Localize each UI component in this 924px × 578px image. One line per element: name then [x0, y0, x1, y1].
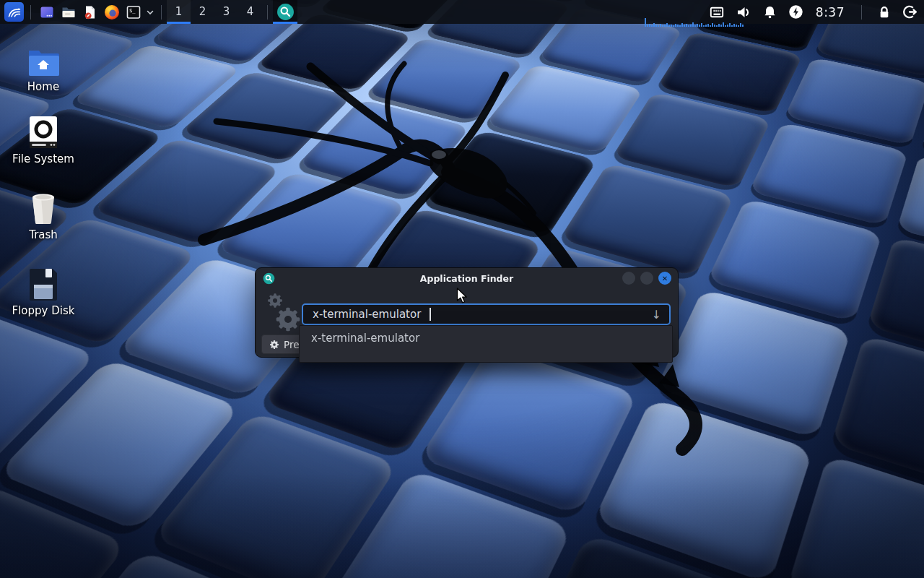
kali-menu-button[interactable]: [4, 2, 24, 22]
workspace-button-2[interactable]: 2: [191, 0, 214, 24]
power-manager-icon: [788, 4, 804, 20]
close-button[interactable]: ✕: [658, 272, 671, 285]
home-folder-icon: [9, 43, 78, 77]
terminal-icon: $_: [125, 4, 142, 21]
trash-icon: [9, 191, 78, 225]
workspace-button-4[interactable]: 4: [238, 0, 262, 24]
tray-logout[interactable]: [902, 0, 918, 24]
gear-icon: [269, 340, 279, 350]
workspace-button-3[interactable]: 3: [214, 0, 238, 24]
svg-text:$_: $_: [129, 7, 136, 13]
text-caret: [430, 308, 431, 321]
dropdown-arrow-icon[interactable]: ↓: [652, 308, 661, 322]
top-panel: $_ 1234: [0, 0, 924, 24]
launcher-window-app[interactable]: [36, 0, 58, 24]
minimize-button[interactable]: [622, 272, 635, 285]
desktop-icon-home[interactable]: Home: [9, 43, 78, 93]
launcher-file-manager[interactable]: [58, 0, 79, 24]
desktop-icon-label: Home: [9, 80, 78, 93]
launcher-menu-chevron[interactable]: [144, 0, 156, 24]
lock-screen-icon: [876, 4, 892, 20]
file-manager-icon: [60, 4, 77, 21]
close-icon: ✕: [662, 275, 668, 282]
logout-icon: [902, 4, 918, 20]
hard-drive-icon: [9, 116, 78, 149]
panel-separator: [861, 5, 862, 20]
kali-menu-icon: [6, 4, 22, 20]
autocomplete-item[interactable]: x-terminal-emulator: [300, 326, 672, 349]
search-input[interactable]: x-terminal-emulator ↓: [302, 303, 671, 325]
titlebar[interactable]: Application Finder ✕: [256, 268, 678, 289]
panel-appfinder-button[interactable]: [273, 0, 297, 24]
chevron-down-icon: [146, 8, 154, 17]
desktop-icon-label: Trash: [9, 228, 78, 241]
workspace-switcher: 1234: [167, 0, 262, 24]
tray-power-manager[interactable]: [788, 0, 804, 24]
desktop-icon-trash[interactable]: Trash: [9, 191, 78, 241]
firefox-icon: [103, 4, 121, 21]
app-finder-icon: [276, 3, 295, 21]
panel-separator: [30, 5, 31, 20]
desktop-icon-label: File System: [9, 152, 78, 165]
panel-separator: [267, 5, 268, 20]
preferences-gears-icon: [263, 290, 303, 335]
tray-lock-screen[interactable]: [876, 0, 892, 24]
panel-separator: [161, 5, 162, 20]
desktop-icon-label: Floppy Disk: [9, 304, 78, 317]
waveform-decoration: [645, 17, 744, 27]
autocomplete-dropdown: x-terminal-emulator: [299, 325, 673, 363]
maximize-button[interactable]: [640, 272, 653, 285]
window-title: Application Finder: [256, 273, 678, 284]
desktop-icon-floppy-disk[interactable]: Floppy Disk: [9, 267, 78, 317]
window-app-icon: [38, 4, 56, 21]
notifications-bell-icon: [762, 4, 778, 20]
launcher-firefox[interactable]: [101, 0, 123, 24]
desktop-icon-file-system[interactable]: File System: [9, 116, 78, 165]
mouse-cursor: [456, 288, 472, 305]
clock[interactable]: 8:37: [816, 5, 845, 20]
launcher-text-editor[interactable]: [79, 0, 101, 24]
tray-notifications[interactable]: [762, 0, 778, 24]
floppy-disk-icon: [9, 267, 78, 301]
text-editor-icon: [82, 4, 99, 21]
search-input-value: x-terminal-emulator: [313, 308, 421, 321]
launcher-terminal[interactable]: $_: [123, 0, 144, 24]
workspace-button-1[interactable]: 1: [167, 0, 191, 24]
